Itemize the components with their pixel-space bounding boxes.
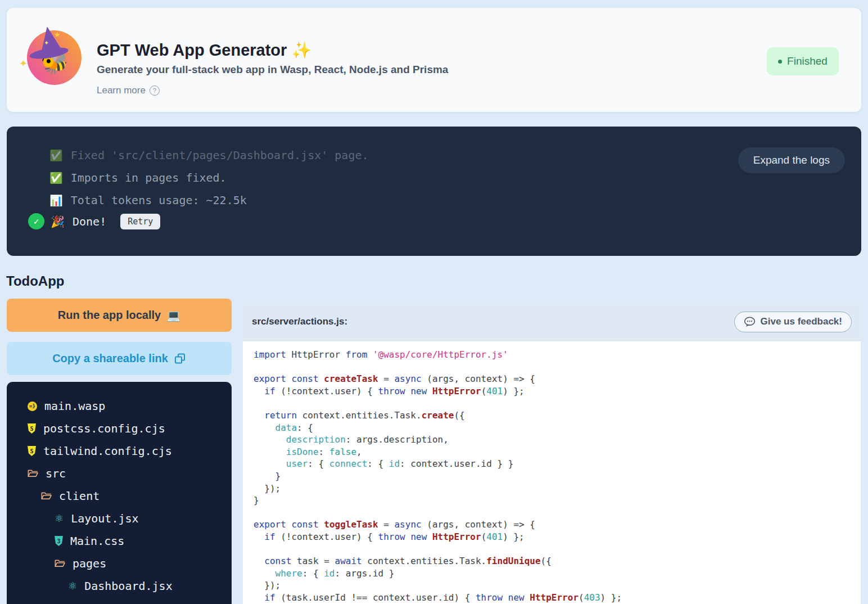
app-name-heading: TodoApp bbox=[6, 273, 65, 289]
copy-shareable-link-button[interactable]: Copy a shareable link bbox=[7, 342, 232, 375]
wasp-file-icon: =} bbox=[28, 402, 37, 411]
tree-item-label: Dashboard.jsx bbox=[84, 579, 173, 593]
log-line-text: Fixed 'src/client/pages/Dashboard.jsx' p… bbox=[71, 148, 369, 162]
tree-item-label: pages bbox=[73, 557, 106, 570]
page: 🐝 ✦ ★ ✦ GPT Web App Generator ✨ Generate… bbox=[0, 0, 868, 604]
log-status-icon: ✅ bbox=[49, 149, 63, 162]
tree-item-src[interactable]: src bbox=[7, 462, 232, 485]
speech-bubble-icon bbox=[744, 317, 756, 327]
done-row: ✓ 🎉 Done! Retry bbox=[28, 213, 861, 229]
star-icon: ★ bbox=[54, 30, 61, 39]
code-line: isDone: false, bbox=[254, 446, 861, 458]
run-app-locally-button[interactable]: Run the app locally 💻 bbox=[7, 299, 232, 332]
tree-item-label: Main.css bbox=[70, 534, 124, 548]
header-card: 🐝 ✦ ★ ✦ GPT Web App Generator ✨ Generate… bbox=[7, 8, 861, 112]
folder-icon bbox=[28, 469, 38, 478]
code-line: export const toggleTask = async (args, c… bbox=[254, 519, 861, 531]
tree-item-Layout.jsx[interactable]: ⚛Layout.jsx bbox=[7, 507, 232, 530]
copy-icon bbox=[174, 353, 186, 365]
sparkles-icon: ✨ bbox=[291, 41, 311, 59]
config-file-icon: S bbox=[28, 446, 36, 456]
done-text: Done! bbox=[73, 215, 106, 228]
tree-item-label: client bbox=[59, 489, 100, 503]
code-line: if (!context.user) { throw new HttpError… bbox=[254, 385, 861, 398]
code-line bbox=[254, 397, 861, 409]
code-line: data: { bbox=[254, 422, 861, 434]
folder-icon bbox=[55, 559, 65, 568]
party-popper-icon: 🎉 bbox=[51, 215, 65, 228]
code-line: } bbox=[254, 470, 861, 483]
code-line: if (task.userId !== context.user.id) { t… bbox=[254, 592, 861, 604]
status-dot-icon bbox=[778, 60, 782, 64]
code-line bbox=[254, 361, 861, 373]
star-icon: ✦ bbox=[19, 57, 28, 70]
log-status-icon: 📊 bbox=[49, 194, 63, 207]
react-file-icon: ⚛ bbox=[55, 513, 64, 524]
star-icon: ✦ bbox=[44, 39, 49, 47]
code-line: export const createTask = async (args, c… bbox=[254, 373, 861, 385]
log-line-text: Total tokens usage: ~22.5k bbox=[71, 193, 247, 207]
code-line bbox=[254, 543, 861, 556]
tree-item-tailwind.config.cjs[interactable]: Stailwind.config.cjs bbox=[7, 440, 232, 462]
tree-item-label: tailwind.config.cjs bbox=[43, 444, 172, 458]
tree-item-label: Layout.jsx bbox=[71, 512, 138, 525]
code-line: } bbox=[254, 494, 861, 507]
code-panel-header: src/server/actions.js: Give us feedback! bbox=[243, 302, 861, 341]
log-line: 📊 Total tokens usage: ~22.5k bbox=[49, 189, 861, 211]
laptop-icon: 💻 bbox=[166, 309, 180, 322]
check-circle-icon: ✓ bbox=[28, 213, 44, 229]
log-line-text: Imports in pages fixed. bbox=[71, 171, 227, 184]
code-line: }); bbox=[254, 579, 861, 592]
expand-logs-button[interactable]: Expand the logs bbox=[738, 147, 845, 173]
tree-item-client[interactable]: client bbox=[7, 485, 232, 507]
code-line: const task = await context.entities.Task… bbox=[254, 555, 861, 567]
log-status-icon: ✅ bbox=[49, 172, 63, 184]
log-lines: ✅ Fixed 'src/client/pages/Dashboard.jsx'… bbox=[7, 144, 861, 211]
wasp-mascot-logo: 🐝 ✦ ★ ✦ bbox=[27, 30, 82, 85]
react-file-icon: ⚛ bbox=[68, 581, 77, 591]
code-line: description: args.description, bbox=[254, 434, 861, 446]
learn-more-link[interactable]: Learn more ? bbox=[97, 85, 160, 96]
tree-item-label: main.wasp bbox=[44, 399, 105, 413]
tree-item-Dashboard.jsx[interactable]: ⚛Dashboard.jsx bbox=[7, 575, 232, 597]
give-feedback-button[interactable]: Give us feedback! bbox=[734, 312, 852, 332]
question-mark-icon: ? bbox=[150, 85, 160, 96]
page-title: GPT Web App Generator ✨ bbox=[97, 40, 312, 60]
code-block: import HttpError from '@wasp/core/HttpEr… bbox=[243, 341, 861, 603]
folder-icon bbox=[41, 492, 52, 501]
config-file-icon: S bbox=[28, 423, 36, 434]
status-badge: Finished bbox=[767, 47, 839, 75]
file-tree: =}main.waspSpostcss.config.cjsStailwind.… bbox=[7, 382, 232, 604]
code-panel: src/server/actions.js: Give us feedback!… bbox=[243, 302, 861, 604]
code-line: import HttpError from '@wasp/core/HttpEr… bbox=[254, 349, 861, 361]
code-line: where: { id: args.id } bbox=[254, 567, 861, 580]
tree-item-Main.css[interactable]: 3Main.css bbox=[7, 530, 232, 552]
code-line: return context.entities.Task.create({ bbox=[254, 409, 861, 422]
tree-item-pages[interactable]: pages bbox=[7, 552, 232, 575]
tree-item-label: postcss.config.cjs bbox=[43, 422, 165, 435]
page-subtitle: Generate your full-stack web app in Wasp… bbox=[97, 64, 448, 76]
tree-item-main.wasp[interactable]: =}main.wasp bbox=[7, 395, 232, 417]
code-line bbox=[254, 507, 861, 519]
tree-item-postcss.config.cjs[interactable]: Spostcss.config.cjs bbox=[7, 417, 232, 440]
code-line: if (!context.user) { throw new HttpError… bbox=[254, 531, 861, 543]
css-file-icon: 3 bbox=[55, 536, 63, 546]
tree-item-label: src bbox=[46, 467, 66, 480]
code-file-label: src/server/actions.js: bbox=[252, 316, 347, 327]
code-line: }); bbox=[254, 483, 861, 495]
code-line: user: { connect: { id: context.user.id }… bbox=[254, 458, 861, 470]
log-line: ✅ Imports in pages fixed. bbox=[49, 166, 861, 189]
retry-button[interactable]: Retry bbox=[120, 214, 160, 229]
generation-log-panel: ✅ Fixed 'src/client/pages/Dashboard.jsx'… bbox=[7, 127, 861, 256]
